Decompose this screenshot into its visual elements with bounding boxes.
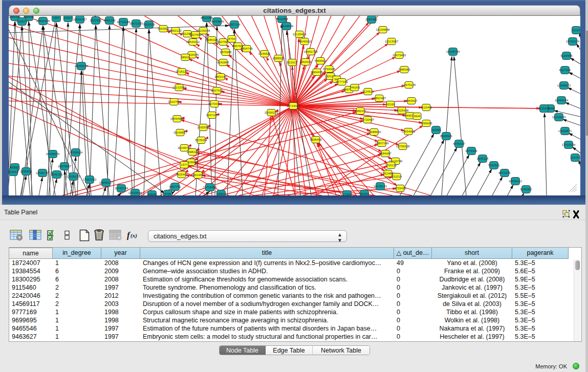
svg-text:8754: 8754 (228, 37, 235, 40)
svg-text:13654923: 13654923 (402, 130, 416, 133)
svg-text:7386372: 7386372 (354, 110, 366, 113)
svg-text:10719185: 10719185 (117, 20, 130, 24)
svg-text:7663822: 7663822 (157, 27, 169, 30)
svg-text:12213383: 12213383 (172, 86, 186, 89)
svg-text:7485063: 7485063 (398, 68, 410, 71)
svg-text:1588520: 1588520 (272, 57, 285, 60)
svg-text:9115460: 9115460 (421, 106, 433, 109)
svg-text:6479197: 6479197 (453, 142, 465, 145)
svg-text:1935594: 1935594 (197, 126, 209, 129)
svg-text:98901: 98901 (181, 56, 190, 59)
svg-text:9245052: 9245052 (520, 188, 532, 191)
svg-text:152214: 152214 (391, 175, 402, 178)
svg-text:7515526: 7515526 (143, 23, 155, 26)
svg-text:10958127: 10958127 (99, 181, 113, 184)
svg-text:8938923: 8938923 (440, 135, 452, 138)
svg-text:116753: 116753 (570, 156, 580, 159)
svg-text:2087682: 2087682 (365, 18, 378, 21)
svg-text:9146821: 9146821 (258, 52, 271, 55)
svg-text:9904435: 9904435 (311, 71, 323, 74)
svg-text:1015132: 1015132 (385, 164, 397, 167)
svg-text:12423448: 12423448 (128, 191, 142, 194)
svg-text:746266: 746266 (350, 86, 360, 89)
svg-text:3267110: 3267110 (206, 114, 219, 117)
svg-text:1527602: 1527602 (90, 19, 102, 22)
svg-text:17957223: 17957223 (83, 178, 97, 181)
svg-text:8660123: 8660123 (169, 29, 182, 32)
svg-text:13125419: 13125419 (293, 33, 307, 36)
svg-text:16210643: 16210643 (552, 116, 566, 119)
svg-text:1145193: 1145193 (51, 173, 63, 176)
svg-text:2718129: 2718129 (176, 70, 188, 73)
svg-text:18724007: 18724007 (287, 104, 300, 107)
svg-text:10654112: 10654112 (509, 180, 522, 183)
svg-text:7955812: 7955812 (314, 59, 326, 62)
svg-text:12444154: 12444154 (555, 99, 569, 102)
svg-text:12505175: 12505175 (67, 175, 80, 178)
svg-text:20053346: 20053346 (75, 64, 89, 68)
svg-text:19218506: 19218506 (280, 25, 294, 28)
svg-text:2935114: 2935114 (477, 157, 489, 160)
svg-text:8813054: 8813054 (201, 16, 213, 19)
svg-text:6099695: 6099695 (420, 122, 432, 125)
svg-text:15751074: 15751074 (566, 40, 580, 43)
svg-text:164095: 164095 (431, 128, 442, 132)
svg-text:10782759: 10782759 (115, 187, 128, 190)
svg-text:5578334: 5578334 (195, 139, 207, 142)
svg-text:4170046: 4170046 (208, 102, 221, 105)
svg-text:7357214: 7357214 (228, 23, 241, 26)
svg-text:17334: 17334 (343, 193, 352, 195)
svg-text:18807249: 18807249 (375, 142, 389, 145)
svg-text:16648784: 16648784 (446, 50, 460, 53)
svg-text:2803144: 2803144 (214, 75, 227, 78)
svg-text:1897: 1897 (53, 16, 60, 19)
svg-text:62160: 62160 (386, 103, 395, 106)
svg-text:10973493: 10973493 (393, 54, 406, 57)
svg-text:16914489: 16914489 (191, 173, 205, 177)
svg-text:9327509: 9327509 (189, 33, 202, 36)
svg-text:19166827: 19166827 (173, 131, 187, 134)
svg-text:16961758: 16961758 (304, 50, 318, 53)
svg-text:6466160: 6466160 (103, 19, 116, 22)
svg-text:12093872: 12093872 (557, 84, 571, 87)
svg-text:10688609: 10688609 (367, 130, 381, 134)
svg-text:9427512: 9427512 (211, 89, 223, 92)
svg-text:1938454: 1938454 (310, 138, 322, 141)
svg-text:16862: 16862 (217, 192, 226, 195)
svg-text:1362615: 1362615 (299, 60, 312, 63)
svg-text:12213967: 12213967 (385, 40, 399, 43)
svg-text:16033809: 16033809 (210, 20, 224, 23)
svg-text:3215938: 3215938 (538, 107, 550, 110)
svg-text:20691406: 20691406 (36, 19, 50, 23)
svg-text:16154808: 16154808 (376, 28, 390, 31)
svg-text:14136141: 14136141 (374, 185, 387, 188)
svg-text:10653267: 10653267 (73, 18, 87, 21)
svg-text:10975857: 10975857 (58, 165, 72, 168)
svg-text:19300275: 19300275 (265, 111, 278, 114)
svg-text:8471675: 8471675 (498, 171, 511, 174)
svg-text:9657791: 9657791 (169, 185, 181, 188)
svg-text:8454749: 8454749 (241, 47, 253, 50)
svg-text:17010534: 17010534 (562, 143, 576, 146)
svg-text:9777169: 9777169 (336, 80, 348, 83)
svg-text:3875685: 3875685 (220, 51, 232, 54)
svg-text:16640910: 16640910 (298, 40, 312, 43)
svg-text:11129: 11129 (572, 29, 580, 32)
svg-text:15716485: 15716485 (203, 186, 217, 189)
svg-text:10807487: 10807487 (373, 97, 386, 100)
svg-text:(x): (x) (130, 232, 137, 239)
svg-text:9474444: 9474444 (465, 149, 477, 152)
svg-text:8796: 8796 (164, 192, 171, 195)
svg-text:19654988: 19654988 (170, 117, 184, 120)
svg-text:1156829: 1156829 (20, 170, 33, 173)
svg-text:822017: 822017 (287, 61, 298, 64)
svg-text:10543312: 10543312 (186, 40, 200, 43)
svg-text:9463627: 9463627 (405, 99, 418, 102)
svg-text:1498222: 1498222 (186, 150, 199, 154)
svg-text:10756928: 10756928 (396, 145, 410, 148)
svg-text:8813054: 8813054 (276, 17, 288, 20)
svg-text:7625402: 7625402 (176, 173, 188, 176)
svg-text:1577: 1577 (181, 163, 188, 166)
svg-text:12942737: 12942737 (36, 171, 50, 174)
svg-text:94505: 94505 (148, 193, 157, 195)
